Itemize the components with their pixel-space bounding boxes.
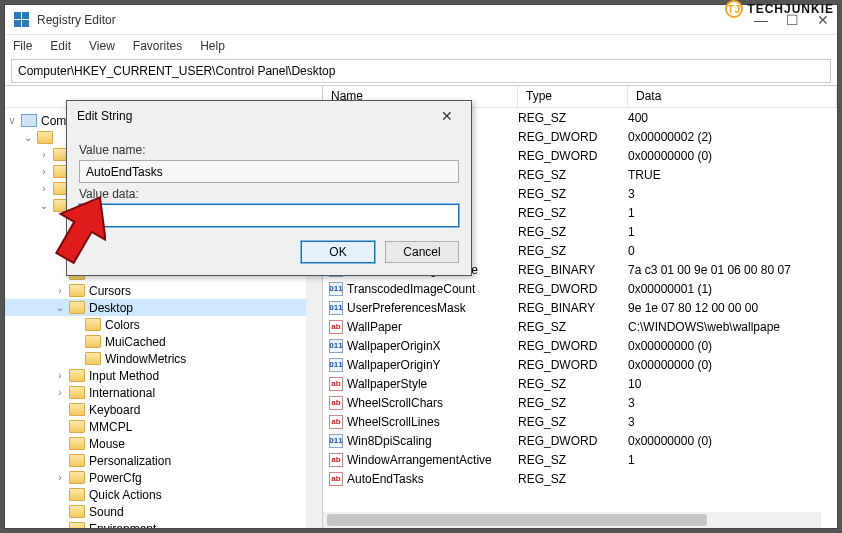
value-type: REG_DWORD — [518, 149, 628, 163]
value-type: REG_DWORD — [518, 339, 628, 353]
tree-item[interactable]: WindowMetrics — [5, 350, 322, 367]
titlebar[interactable]: Registry Editor — ☐ ✕ — [5, 5, 837, 35]
value-data: 0 — [628, 244, 837, 258]
value-name-input[interactable] — [79, 160, 459, 183]
col-type[interactable]: Type — [518, 86, 628, 107]
value-data: 3 — [628, 187, 837, 201]
watermark-text: TECHJUNKIE — [747, 2, 834, 16]
value-name: WheelScrollChars — [347, 396, 443, 410]
value-type: REG_DWORD — [518, 358, 628, 372]
registry-value-row[interactable]: 011Win8DpiScalingREG_DWORD0x00000000 (0) — [323, 431, 837, 450]
menu-file[interactable]: File — [13, 39, 32, 53]
value-data-label: Value data: — [79, 187, 459, 201]
value-type: REG_SZ — [518, 168, 628, 182]
tree-item[interactable]: ›International — [5, 384, 322, 401]
value-data: 3 — [628, 415, 837, 429]
value-name: UserPreferencesMask — [347, 301, 466, 315]
value-data: 10 — [628, 377, 837, 391]
tree-item[interactable]: Personalization — [5, 452, 322, 469]
tree-item[interactable]: ›Cursors — [5, 282, 322, 299]
value-type-icon: ab — [329, 396, 343, 410]
value-type: REG_DWORD — [518, 130, 628, 144]
registry-value-row[interactable]: 011WallpaperOriginXREG_DWORD0x00000000 (… — [323, 336, 837, 355]
registry-value-row[interactable]: abWheelScrollCharsREG_SZ3 — [323, 393, 837, 412]
value-data: TRUE — [628, 168, 837, 182]
tree-item[interactable]: Keyboard — [5, 401, 322, 418]
registry-value-row[interactable]: abWindowArrangementActiveREG_SZ1 — [323, 450, 837, 469]
value-name: WindowArrangementActive — [347, 453, 492, 467]
tree-item[interactable]: ⌄Desktop — [5, 299, 322, 316]
value-type-icon: ab — [329, 320, 343, 334]
menubar: File Edit View Favorites Help — [5, 35, 837, 57]
tree-item[interactable]: ›PowerCfg — [5, 469, 322, 486]
tree-item[interactable]: Quick Actions — [5, 486, 322, 503]
value-type-icon: 011 — [329, 434, 343, 448]
value-data: 3 — [628, 396, 837, 410]
value-type: REG_SZ — [518, 206, 628, 220]
value-data: 0x00000002 (2) — [628, 130, 837, 144]
value-data: 400 — [628, 111, 837, 125]
value-data: 0x00000000 (0) — [628, 434, 837, 448]
value-type: REG_SZ — [518, 111, 628, 125]
svg-marker-0 — [42, 192, 106, 271]
ok-button[interactable]: OK — [301, 241, 375, 263]
value-type: REG_SZ — [518, 244, 628, 258]
list-h-scrollbar[interactable] — [323, 512, 821, 528]
menu-help[interactable]: Help — [200, 39, 225, 53]
dialog-title: Edit String — [77, 109, 132, 123]
menu-favorites[interactable]: Favorites — [133, 39, 182, 53]
value-type: REG_SZ — [518, 415, 628, 429]
value-data: 0x00000000 (0) — [628, 149, 837, 163]
tree-item[interactable]: MuiCached — [5, 333, 322, 350]
value-type-icon: ab — [329, 377, 343, 391]
value-data-input[interactable] — [79, 204, 459, 227]
watermark: TJ TECHJUNKIE — [725, 0, 834, 18]
value-type: REG_SZ — [518, 472, 628, 486]
value-type: REG_DWORD — [518, 282, 628, 296]
dialog-titlebar[interactable]: Edit String ✕ — [67, 101, 471, 131]
tree-item[interactable]: Mouse — [5, 435, 322, 452]
tree-item[interactable]: Sound — [5, 503, 322, 520]
value-data: 0x00000001 (1) — [628, 282, 837, 296]
value-name: TranscodedImageCount — [347, 282, 475, 296]
tree-item[interactable]: ›Input Method — [5, 367, 322, 384]
value-type-icon: 011 — [329, 358, 343, 372]
window-title: Registry Editor — [37, 13, 116, 27]
value-data: 1 — [628, 453, 837, 467]
col-data[interactable]: Data — [628, 86, 837, 107]
tree-item[interactable]: Environment — [5, 520, 322, 528]
value-type: REG_SZ — [518, 225, 628, 239]
registry-value-row[interactable]: abAutoEndTasksREG_SZ — [323, 469, 837, 488]
value-type: REG_SZ — [518, 377, 628, 391]
watermark-logo-icon: TJ — [725, 0, 743, 18]
tree-item[interactable]: Colors — [5, 316, 322, 333]
registry-value-row[interactable]: 011TranscodedImageCountREG_DWORD0x000000… — [323, 279, 837, 298]
address-bar[interactable]: Computer\HKEY_CURRENT_USER\Control Panel… — [11, 59, 831, 83]
value-name: AutoEndTasks — [347, 472, 424, 486]
value-type: REG_DWORD — [518, 434, 628, 448]
registry-value-row[interactable]: abWallPaperREG_SZC:\WINDOWS\web\wallpape — [323, 317, 837, 336]
value-name: WallPaper — [347, 320, 402, 334]
dialog-close-button[interactable]: ✕ — [433, 106, 461, 126]
registry-value-row[interactable]: 011UserPreferencesMaskREG_BINARY9e 1e 07… — [323, 298, 837, 317]
registry-value-row[interactable]: abWheelScrollLinesREG_SZ3 — [323, 412, 837, 431]
value-type-icon: ab — [329, 472, 343, 486]
value-type: REG_SZ — [518, 320, 628, 334]
value-data: C:\WINDOWS\web\wallpape — [628, 320, 837, 334]
value-data: 1 — [628, 206, 837, 220]
tree-item[interactable]: MMCPL — [5, 418, 322, 435]
value-type: REG_SZ — [518, 396, 628, 410]
menu-edit[interactable]: Edit — [50, 39, 71, 53]
app-icon — [13, 12, 29, 28]
value-name: WallpaperOriginX — [347, 339, 441, 353]
menu-view[interactable]: View — [89, 39, 115, 53]
value-name: Win8DpiScaling — [347, 434, 432, 448]
value-data: 7a c3 01 00 9e 01 06 00 80 07 — [628, 263, 837, 277]
value-name-label: Value name: — [79, 143, 459, 157]
value-type: REG_SZ — [518, 453, 628, 467]
registry-value-row[interactable]: 011WallpaperOriginYREG_DWORD0x00000000 (… — [323, 355, 837, 374]
registry-value-row[interactable]: abWallpaperStyleREG_SZ10 — [323, 374, 837, 393]
value-name: WallpaperOriginY — [347, 358, 441, 372]
value-data: 9e 1e 07 80 12 00 00 00 — [628, 301, 837, 315]
cancel-button[interactable]: Cancel — [385, 241, 459, 263]
